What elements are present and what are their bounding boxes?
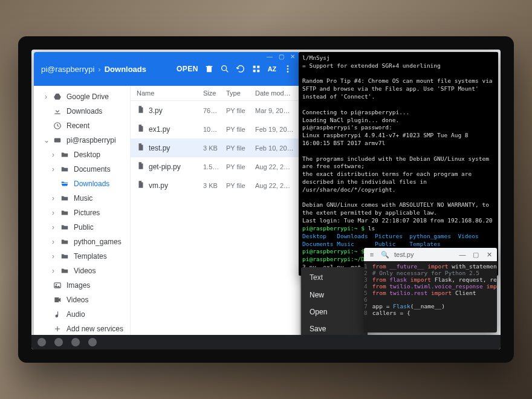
- sidebar-item-desktop[interactable]: ›Desktop: [34, 148, 130, 162]
- sidebar-item-documents[interactable]: ›Documents: [34, 162, 130, 177]
- breadcrumb-root[interactable]: pi@raspberrypi: [41, 65, 94, 74]
- table-row[interactable]: ex1.py10…PY fileFeb 19, 20…: [131, 120, 300, 138]
- sidebar-item-label: Add new services: [66, 325, 123, 333]
- sidebar-item-templates[interactable]: ›Templates: [34, 249, 130, 264]
- sidebar-item-label: Music: [74, 194, 92, 203]
- delete-icon[interactable]: [204, 64, 214, 74]
- menu-item-new[interactable]: New: [301, 287, 368, 303]
- more-icon[interactable]: [283, 64, 293, 74]
- sidebar-item-videos[interactable]: ›Videos: [34, 264, 130, 278]
- folder-icon: [60, 223, 69, 232]
- sidebar-item-pi-raspberrypi[interactable]: ⌄pi@raspberrypi: [34, 133, 130, 148]
- close-icon[interactable]: ✕: [290, 53, 295, 60]
- minimize-icon[interactable]: —: [267, 53, 273, 60]
- file-date: Feb 19, 20…: [255, 126, 294, 133]
- open-button[interactable]: OPEN: [177, 65, 198, 73]
- sidebar-item-downloads[interactable]: Downloads: [34, 104, 130, 118]
- sidebar-item-audio[interactable]: Audio: [34, 307, 130, 322]
- col-type[interactable]: Type: [226, 89, 255, 97]
- maximize-icon[interactable]: ▢: [279, 53, 284, 60]
- col-date[interactable]: Date mod…: [255, 89, 294, 97]
- sidebar-item-label: Downloads: [74, 180, 109, 188]
- launcher-icon[interactable]: [37, 338, 46, 346]
- sidebar-item-images[interactable]: Images: [34, 278, 130, 293]
- sort-icon[interactable]: AZ: [267, 64, 277, 74]
- table-row[interactable]: test.py3 KBPY fileFeb 10, 20…: [131, 138, 300, 157]
- recent-icon: [53, 122, 62, 130]
- svg-rect-3: [257, 66, 259, 68]
- file-size: 3 KB: [203, 182, 226, 189]
- sidebar: ›Google DriveDownloadsRecent⌄pi@raspberr…: [34, 86, 131, 336]
- sidebar-item-google-drive[interactable]: ›Google Drive: [34, 89, 130, 104]
- sidebar-item-videos[interactable]: Videos: [34, 293, 130, 307]
- sidebar-item-label: Images: [66, 281, 90, 290]
- images-icon: [53, 281, 62, 290]
- col-name[interactable]: Name: [137, 89, 203, 97]
- sidebar-item-label: Pictures: [74, 209, 100, 217]
- text-editor-window: ≡ 🔍 test.py — ▢ ✕ 12345678 from __future…: [364, 248, 497, 332]
- file-type: PY file: [226, 126, 255, 133]
- sidebar-item-public[interactable]: ›Public: [34, 220, 130, 235]
- file-name: get-pip.py: [149, 163, 181, 171]
- svg-rect-10: [54, 138, 61, 143]
- col-size[interactable]: Size: [203, 89, 226, 97]
- chevron-right-icon: ›: [98, 65, 100, 74]
- search-icon[interactable]: [220, 64, 230, 74]
- taskbar-app-icon[interactable]: [54, 338, 63, 346]
- window-controls: — ▢ ✕: [267, 53, 295, 60]
- file-icon: [137, 143, 145, 153]
- sidebar-item-python-games[interactable]: ›python_games: [34, 235, 130, 249]
- folder-icon: [60, 252, 69, 261]
- table-row[interactable]: get-pip.py1.5…PY fileAug 22, 2…: [131, 157, 300, 176]
- sidebar-item-add-new-services[interactable]: Add new services: [34, 322, 130, 336]
- taskbar-app-icon[interactable]: [88, 338, 97, 346]
- view-toggle-icon[interactable]: [251, 64, 261, 74]
- svg-rect-2: [253, 66, 256, 68]
- folder-icon: [60, 209, 69, 217]
- file-name: 3.py: [149, 106, 163, 115]
- sidebar-item-downloads[interactable]: Downloads: [34, 177, 130, 191]
- sidebar-item-pictures[interactable]: ›Pictures: [34, 206, 130, 220]
- gdrive-icon: [53, 92, 62, 101]
- sidebar-item-music[interactable]: ›Music: [34, 191, 130, 206]
- folder-open-icon: [60, 180, 69, 188]
- svg-point-12: [56, 284, 57, 285]
- editor-gutter: 12345678: [364, 261, 370, 332]
- svg-point-8: [287, 71, 289, 73]
- editor-code[interactable]: from __future__ import with_statement # …: [370, 261, 497, 332]
- file-icon: [137, 161, 145, 172]
- files-window: — ▢ ✕ pi@raspberrypi › Downloads OPEN AZ…: [34, 52, 300, 336]
- table-row[interactable]: vm.py3 KBPY fileAug 22, 2…: [131, 176, 300, 195]
- file-list-header: Name Size Type Date mod…: [131, 86, 300, 101]
- search-icon[interactable]: 🔍: [381, 251, 389, 259]
- chevron-icon: ›: [51, 223, 56, 232]
- close-icon[interactable]: ✕: [485, 251, 493, 259]
- sidebar-item-label: Documents: [74, 165, 111, 174]
- sidebar-item-recent[interactable]: Recent: [34, 118, 130, 133]
- videos-icon: [53, 296, 62, 304]
- file-date: Mar 9, 20…: [255, 107, 294, 114]
- file-type: PY file: [226, 182, 255, 189]
- file-icon: [137, 124, 145, 134]
- maximize-icon[interactable]: ▢: [472, 251, 480, 259]
- chevron-icon: ›: [44, 92, 48, 101]
- minimize-icon[interactable]: —: [458, 251, 467, 258]
- taskbar-app-icon[interactable]: [71, 338, 80, 346]
- menu-icon[interactable]: ≡: [368, 251, 376, 258]
- refresh-icon[interactable]: [236, 64, 245, 74]
- file-type: PY file: [226, 163, 255, 170]
- folder-icon: [60, 267, 69, 275]
- menu-item-open[interactable]: Open: [301, 303, 368, 320]
- file-date: Aug 22, 2…: [255, 163, 294, 170]
- svg-rect-5: [257, 70, 259, 72]
- terminal-window[interactable]: l/MnSysj = Support for extended SGR+4 un…: [299, 52, 498, 276]
- menu-header: Text: [301, 271, 368, 287]
- file-size: 3 KB: [203, 144, 226, 152]
- table-row[interactable]: 3.py76…PY fileMar 9, 20…: [131, 101, 300, 120]
- add-icon: [53, 325, 62, 333]
- sftp-icon: [53, 136, 62, 144]
- chevron-icon: ›: [51, 165, 56, 174]
- file-size: 10…: [203, 126, 226, 133]
- sidebar-item-label: Templates: [74, 252, 107, 261]
- file-name: vm.py: [149, 181, 168, 190]
